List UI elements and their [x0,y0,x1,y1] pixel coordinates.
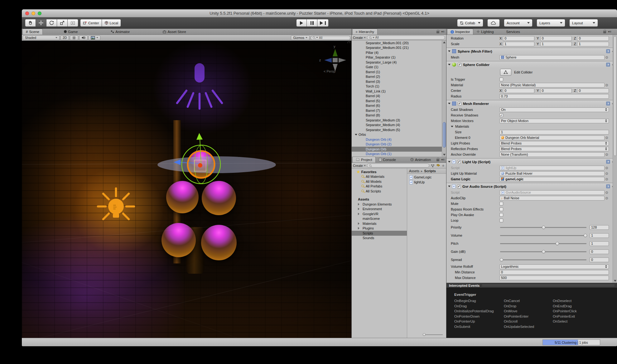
project-tree-item[interactable]: Sounds [352,236,407,241]
hierarchy-item[interactable]: Wall_Link (1) [352,89,442,94]
project-file-item[interactable]: #GameLogic [407,175,446,180]
component-enabled-checkbox[interactable] [458,102,461,106]
hierarchy-item[interactable]: Gate (1) [352,65,442,70]
rotation-z-field[interactable]: 0 [577,36,609,41]
collab-button[interactable]: Collab [457,19,483,27]
scroll-up-icon[interactable] [443,41,446,43]
object-picker-icon[interactable]: ⊙ [605,166,609,170]
project-tree-item[interactable]: Dungeon Elements [352,202,407,207]
foldout-icon[interactable] [448,64,451,65]
panel-menu-icon[interactable]: ▾≡ [608,30,611,33]
audioclip-field[interactable]: ♪Ball Noise [499,196,605,201]
tab-animation[interactable]: Animation [407,157,434,163]
project-tree-item[interactable]: Materials [352,221,407,226]
tab-inspector[interactable]: iInspector [447,29,473,35]
slider-thumb[interactable] [556,242,559,245]
step-button[interactable] [317,19,329,27]
help-icon[interactable]: ? [606,63,610,67]
help-icon[interactable]: ? [606,160,610,164]
cloud-button[interactable] [487,19,500,27]
edit-collider-button[interactable] [500,69,511,76]
save-search-star-icon[interactable]: ★ [441,163,445,168]
splitter-handle[interactable] [482,285,615,286]
object-picker-icon[interactable]: ⊙ [605,172,609,176]
project-create-button[interactable]: Create [353,164,366,168]
object-picker-icon[interactable]: ⊙ [605,83,609,87]
hierarchy-item[interactable]: Barrel (3) [352,79,442,84]
project-tree-item[interactable]: All Prefabs [352,184,407,189]
account-dropdown[interactable]: Account [504,19,533,27]
tab-lighting[interactable]: Lighting [473,29,497,35]
thumbnail-zoom-slider[interactable] [423,333,443,336]
project-file-item[interactable]: #lightUp [407,180,446,185]
slider-thumb[interactable] [542,226,545,229]
priority-value-field[interactable]: 128 [590,225,609,230]
hierarchy-item[interactable]: Barrel (4) [352,94,442,99]
gain-value-field[interactable]: 0 [590,249,609,254]
hierarchy-item[interactable]: Barrel (1) [352,69,442,74]
audio-script-field[interactable]: #GvrAudioSource [499,190,605,195]
spotlight-gizmo[interactable] [177,63,222,109]
hierarchy-item[interactable]: Dungeon Orb [352,147,442,152]
help-icon[interactable]: ? [606,184,610,188]
scene-effects-dropdown[interactable] [89,35,100,40]
scale-tool-button[interactable] [57,19,68,27]
scroll-down-icon[interactable] [443,154,446,156]
scene-orientation-gizmo[interactable]: y z [319,45,346,71]
tab-asset-store[interactable]: Asset Store [160,29,189,35]
gain-slider[interactable] [499,249,587,254]
scale-y-field[interactable]: 1 [540,42,572,46]
tab-services[interactable]: Services [503,29,523,35]
sphere-collider-header[interactable]: Sphere Collider ? [446,61,617,68]
is-trigger-checkbox[interactable] [499,78,503,81]
scene-audio-toggle[interactable] [79,35,88,40]
spread-slider[interactable] [499,258,587,262]
2d-toggle-button[interactable]: 2D [60,35,69,40]
gvr-audio-source-header[interactable]: # Gvr Audio Source (Script) ? [446,183,617,190]
pitch-value-field[interactable]: 1 [590,241,609,246]
panel-menu-icon[interactable]: ▾≡ [441,158,445,161]
max-distance-field[interactable]: 500 [499,276,609,280]
game-logic-field[interactable]: gameLogic [499,177,605,182]
lock-icon[interactable] [603,31,606,33]
volume-rolloff-select[interactable]: Logarithmic [499,264,609,269]
scene-viewport[interactable]: y z < Persp [22,41,351,338]
lock-icon[interactable] [436,159,439,161]
foldout-icon[interactable] [448,186,451,187]
pitch-slider[interactable] [499,241,587,246]
scene-search-input[interactable]: All [311,36,350,40]
hand-tool-button[interactable] [25,19,36,27]
mesh-renderer-header[interactable]: Mesh Renderer ? [446,100,617,107]
project-tree-item[interactable]: Plugins [352,226,407,231]
center-z-field[interactable]: 0 [577,88,609,93]
move-tool-button[interactable] [36,19,46,27]
object-picker-icon[interactable]: ⊙ [605,177,609,181]
center-x-field[interactable]: 0 [503,88,534,93]
center-y-field[interactable]: 0 [540,88,572,93]
hierarchy-item[interactable]: Barrel (8) [352,113,442,118]
pivot-toggle-button[interactable]: Center [80,19,102,27]
scroll-down-icon[interactable] [614,280,616,282]
bypass-checkbox[interactable] [499,207,503,211]
shading-mode-dropdown[interactable]: Shaded [23,35,60,40]
radius-field[interactable]: 0.73 [499,94,609,99]
hierarchy-item[interactable]: Separator_Medium (5) [352,127,442,132]
slider-thumb[interactable] [500,258,503,262]
mesh-filter-header[interactable]: Sphere (Mesh Filter) ? [446,48,617,54]
layout-dropdown[interactable]: Layout [569,19,598,27]
scrollbar-thumb[interactable] [614,36,617,156]
materials-size-field[interactable]: 1 [499,130,609,135]
object-picker-icon[interactable]: ⊙ [605,196,609,200]
priority-slider[interactable] [499,225,587,229]
object-picker-icon[interactable]: ⊙ [605,136,609,140]
mute-checkbox[interactable] [499,202,503,206]
scene-lighting-toggle[interactable] [70,35,78,40]
foldout-icon[interactable] [451,126,453,127]
project-tree-item[interactable]: mainScene [352,216,407,221]
hierarchy-item[interactable]: Separator_Large (4) [352,60,442,65]
foldout-icon[interactable] [448,103,451,104]
panel-menu-icon[interactable]: ▾≡ [441,30,445,33]
scrollbar-thumb[interactable] [443,122,446,148]
tab-project[interactable]: Project [352,157,376,163]
space-toggle-button[interactable]: Local [102,19,121,27]
